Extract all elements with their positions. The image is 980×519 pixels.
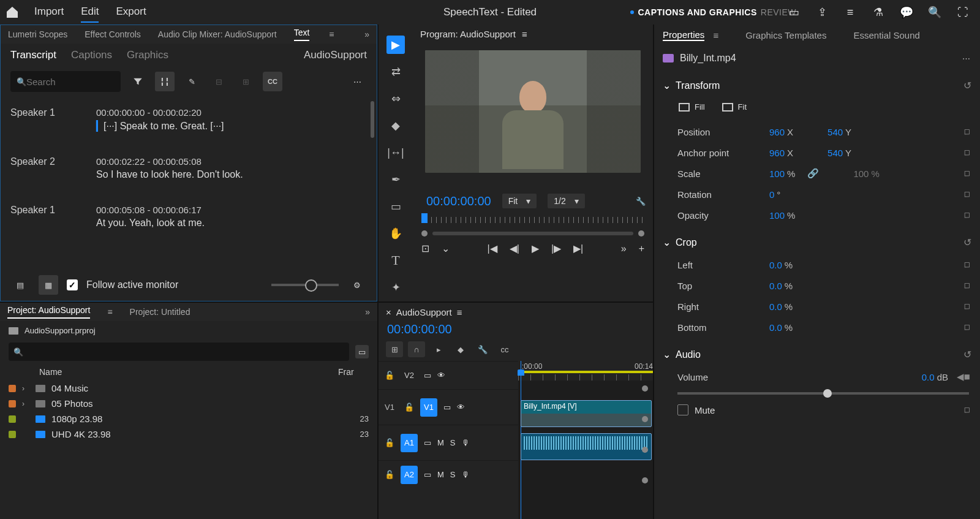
list-item[interactable]: UHD 4K 23.9823 xyxy=(9,426,369,442)
transcript-row[interactable]: Speaker 1 00:00:05:08 - 00:00:06:17 At y… xyxy=(10,199,367,247)
link-icon[interactable]: 🔗 xyxy=(807,168,819,179)
track-header-v2[interactable]: 🔓V2▭👁 xyxy=(379,361,518,389)
keyframe-icon[interactable]: ◇ xyxy=(961,320,974,333)
step-back-icon[interactable]: ◀| xyxy=(510,243,519,254)
cc-icon[interactable]: CC xyxy=(263,72,282,91)
project-tab-1[interactable]: Project: AudioSupport xyxy=(7,305,90,319)
home-icon[interactable] xyxy=(5,5,20,20)
project-search[interactable]: 🔍 xyxy=(9,343,349,361)
linked-selection-icon[interactable]: ▸ xyxy=(430,341,447,357)
crop-right-val[interactable]: 0.0 xyxy=(769,301,782,312)
list-item[interactable]: ›05 Photos xyxy=(9,396,369,411)
overflow-icon[interactable]: » xyxy=(364,29,369,39)
toggle-output-icon[interactable]: ▭ xyxy=(424,438,431,447)
rectangle-tool-icon[interactable]: ▭ xyxy=(386,197,405,216)
video-clip[interactable]: Billy_Int.mp4 [V] xyxy=(521,400,652,427)
col-name[interactable]: Name xyxy=(39,367,338,377)
go-to-out-icon[interactable]: ▶| xyxy=(573,243,583,254)
track-tag[interactable]: V2 xyxy=(401,366,418,385)
keyframe-icon[interactable]: ◇ xyxy=(961,146,974,159)
settings-icon[interactable]: 🔧 xyxy=(474,341,491,357)
more-icon[interactable]: ⋯ xyxy=(347,72,367,91)
snap-icon[interactable]: ∩ xyxy=(408,341,425,357)
scale-x[interactable]: 100 xyxy=(769,169,785,179)
track-tag[interactable]: V1 xyxy=(420,398,437,417)
transcript-search[interactable]: 🔍 xyxy=(10,71,121,92)
mute-icon[interactable]: M xyxy=(437,438,444,447)
track-header-v1[interactable]: V1🔓V1▭👁 xyxy=(379,389,518,425)
track-tag[interactable]: A2 xyxy=(401,466,418,484)
col-frar[interactable]: Frar xyxy=(338,367,369,377)
toggle-eye-icon[interactable]: 👁 xyxy=(457,403,465,412)
filter-icon[interactable] xyxy=(128,72,148,91)
pen-tool-icon[interactable]: ✒ xyxy=(386,170,405,189)
position-x[interactable]: 960 xyxy=(769,127,785,137)
merge-icon[interactable]: ⊟ xyxy=(209,72,228,91)
step-forward-icon[interactable]: |▶ xyxy=(551,243,561,254)
reset-icon[interactable]: ↺ xyxy=(963,349,971,360)
reset-icon[interactable]: ↺ xyxy=(963,237,971,248)
tab-effect-controls[interactable]: Effect Controls xyxy=(85,29,141,39)
solo-icon[interactable]: S xyxy=(450,438,456,447)
position-y[interactable]: 540 xyxy=(827,127,843,137)
keyframe-icon[interactable]: ◇ xyxy=(961,208,974,221)
work-area[interactable] xyxy=(521,371,653,373)
expand-icon[interactable]: › xyxy=(22,400,29,408)
panel-menu-icon[interactable]: ≡ xyxy=(457,307,462,317)
crop-bottom-val[interactable]: 0.0 xyxy=(769,322,782,333)
timeline-tracks[interactable]: :00:00 00:14:59:02 Billy_Int.mp4 [V] xyxy=(518,361,653,519)
toggle-output-icon[interactable]: ▭ xyxy=(424,371,431,380)
tab-export[interactable]: Export xyxy=(116,2,146,23)
clip-more-icon[interactable]: ⋯ xyxy=(962,54,971,63)
transcript-text[interactable]: So I have to look here. Don't look. xyxy=(96,169,367,180)
mute-checkbox[interactable] xyxy=(677,404,688,415)
expand-icon[interactable]: › xyxy=(22,384,29,393)
lock-icon[interactable]: 🔓 xyxy=(385,470,394,479)
program-monitor[interactable] xyxy=(425,50,641,173)
panel-menu-icon[interactable]: ≡ xyxy=(522,29,527,39)
markers-icon[interactable]: ⊡ xyxy=(421,243,429,254)
transcript-search-input[interactable] xyxy=(26,77,115,87)
toggle-eye-icon[interactable]: 👁 xyxy=(437,371,445,380)
close-icon[interactable]: × xyxy=(386,307,391,317)
nest-icon[interactable]: ⊞ xyxy=(386,341,403,357)
subtab-transcript[interactable]: Transcript xyxy=(10,49,56,61)
new-bin-icon[interactable]: ▭ xyxy=(355,345,369,358)
tab-properties[interactable]: Properties xyxy=(663,29,704,41)
track-tag[interactable]: A1 xyxy=(401,434,418,452)
cc-track-icon[interactable]: cc xyxy=(496,341,513,357)
toggle-output-icon[interactable]: ▭ xyxy=(443,403,451,412)
keyframe-icon[interactable]: ◇ xyxy=(961,403,974,416)
workspaces-icon[interactable]: ≡ xyxy=(844,6,856,18)
overflow-icon[interactable]: » xyxy=(365,307,370,317)
lock-icon[interactable]: 🔓 xyxy=(385,438,394,447)
anchor-x[interactable]: 960 xyxy=(769,148,785,158)
transcript-text[interactable]: ▎[···] Speak to me. Great. [···] xyxy=(96,120,367,132)
crop-left-val[interactable]: 0.0 xyxy=(769,260,782,270)
selection-tool-icon[interactable]: ▶ xyxy=(386,36,405,54)
opacity-val[interactable]: 100 xyxy=(769,210,785,221)
volume-val[interactable]: 0.0 xyxy=(922,372,935,382)
mute-icon[interactable]: M xyxy=(437,470,444,479)
settings-sliders-icon[interactable]: ⚙ xyxy=(347,275,367,295)
keyframe-icon[interactable]: ◇ xyxy=(961,258,974,271)
volume-slider[interactable] xyxy=(677,392,969,395)
tool-2-icon[interactable]: ⇄ xyxy=(386,63,405,81)
comments-icon[interactable]: 💬 xyxy=(900,6,913,18)
subtab-graphics[interactable]: Graphics xyxy=(127,49,168,61)
section-header-transform[interactable]: ⌄ Transform ↺ xyxy=(660,74,974,97)
program-timecode[interactable]: 00:00:00:00 xyxy=(426,194,491,208)
split-icon[interactable]: ⊞ xyxy=(236,72,255,91)
panel-menu-icon[interactable]: ≡ xyxy=(329,29,334,39)
pause-indicators-icon[interactable]: ╏╏ xyxy=(155,72,175,91)
mic-icon[interactable]: 🎙 xyxy=(462,470,470,479)
keyframe-icon[interactable]: ◇ xyxy=(961,300,974,313)
play-icon[interactable]: ▶ xyxy=(532,243,539,254)
tab-audio-clip-mixer[interactable]: Audio Clip Mixer: AudioSupport xyxy=(158,29,277,39)
add-icon[interactable]: + xyxy=(639,243,644,254)
type-tool-icon[interactable]: T xyxy=(386,251,405,270)
panel-menu-icon[interactable]: ≡ xyxy=(107,307,112,317)
anchor-y[interactable]: 540 xyxy=(827,148,843,158)
fill-button[interactable]: Fill xyxy=(679,102,705,112)
panel-menu-icon[interactable]: ≡ xyxy=(713,30,718,40)
